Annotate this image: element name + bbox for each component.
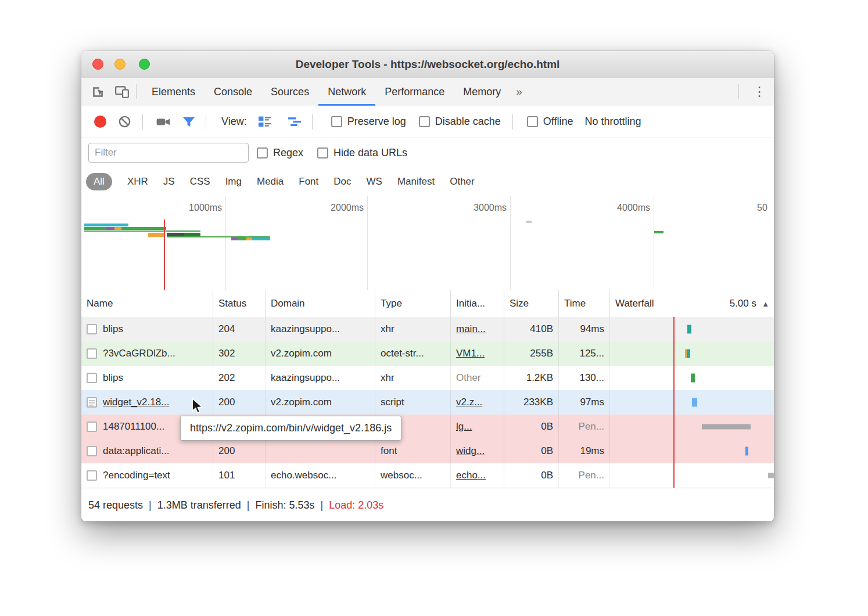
disable-cache-checkbox[interactable]	[419, 116, 430, 127]
hide-data-urls-checkbox[interactable]	[317, 147, 328, 158]
column-header-name[interactable]: Name	[81, 290, 213, 317]
devtools-menu-icon[interactable]: ⋮	[745, 84, 774, 99]
preserve-log-label: Preserve log	[347, 116, 406, 128]
regex-label: Regex	[273, 147, 303, 159]
overview-segment	[121, 227, 166, 230]
regex-checkbox[interactable]	[257, 147, 268, 158]
hide-data-urls-label: Hide data URLs	[333, 147, 407, 159]
table-row[interactable]: ?3vCaGRDlZb... 302 v2.zopim.com octet-st…	[81, 341, 774, 366]
initiator-link[interactable]: lg...	[456, 421, 472, 433]
filter-all[interactable]: All	[86, 173, 112, 190]
table-row-selected[interactable]: widget_v2.18... 200 v2.zopim.com script …	[81, 390, 774, 415]
request-time: Pen...	[579, 421, 604, 433]
overview-segment	[84, 230, 200, 232]
overview-segment	[246, 237, 252, 240]
title-bar: Developer Tools - https://websocket.org/…	[81, 51, 774, 78]
initiator-link[interactable]: echo...	[456, 470, 486, 481]
request-size: 0B	[504, 439, 559, 463]
initiator-link[interactable]: main...	[456, 323, 486, 335]
column-header-status[interactable]: Status	[213, 290, 266, 317]
network-toolbar: View: Preserve log Disable cache Offline…	[81, 106, 774, 138]
request-name-link[interactable]: widget_v2.18...	[103, 397, 169, 408]
separator: |	[149, 499, 152, 511]
record-button[interactable]	[94, 116, 106, 128]
show-overview-icon[interactable]	[288, 114, 303, 129]
filter-xhr[interactable]: XHR	[127, 176, 148, 188]
more-tabs-chevron[interactable]: »	[510, 85, 527, 98]
filter-funnel-icon[interactable]	[181, 114, 196, 129]
throttling-select[interactable]: No throttling	[585, 116, 641, 128]
column-header-initiator[interactable]: Initia...	[451, 290, 504, 317]
waterfall-bar	[745, 447, 748, 456]
column-header-waterfall[interactable]: Waterfall 5.00 s ▲	[610, 290, 774, 317]
request-type: xhr	[375, 317, 451, 341]
waterfall-bar	[687, 350, 690, 358]
file-icon	[87, 373, 97, 383]
request-domain: v2.zopim.com	[266, 341, 375, 366]
file-icon	[87, 348, 97, 359]
tab-console[interactable]: Console	[205, 78, 261, 106]
tab-network[interactable]: Network	[318, 78, 375, 106]
overview-segment	[252, 237, 270, 240]
waterfall-bar	[687, 325, 691, 334]
request-name: ?3vCaGRDlZb...	[103, 348, 175, 359]
initiator-link[interactable]: widg...	[456, 445, 485, 457]
initiator-text: Other	[456, 372, 481, 384]
overview-segment	[84, 227, 106, 230]
gridline	[225, 196, 226, 290]
filter-media[interactable]: Media	[257, 176, 284, 188]
clear-icon[interactable]	[117, 114, 132, 129]
overview-segment	[238, 237, 246, 240]
tab-memory[interactable]: Memory	[454, 78, 510, 106]
tick-2000ms: 2000ms	[294, 203, 364, 213]
filter-other[interactable]: Other	[450, 176, 475, 188]
filter-ws[interactable]: WS	[367, 176, 382, 188]
divider	[206, 114, 206, 129]
request-name: blips	[103, 372, 123, 384]
request-time: Pen...	[579, 470, 604, 481]
filter-doc[interactable]: Doc	[333, 176, 351, 188]
request-domain	[266, 439, 375, 463]
device-toolbar-icon[interactable]	[114, 84, 130, 100]
column-header-size[interactable]: Size	[504, 290, 559, 317]
column-header-domain[interactable]: Domain	[266, 290, 375, 317]
table-row[interactable]: blips 204 kaazingsuppo... xhr main... 41…	[81, 317, 774, 341]
tick-3000ms: 3000ms	[437, 203, 507, 213]
initiator-link[interactable]: v2.z...	[456, 397, 482, 408]
tab-sources[interactable]: Sources	[261, 78, 318, 106]
column-header-time[interactable]: Time	[559, 290, 610, 317]
filter-js[interactable]: JS	[163, 176, 175, 188]
table-row-failed[interactable]: data:applicati... 200 font widg... 0B 19…	[81, 439, 774, 463]
file-icon	[87, 324, 97, 334]
url-tooltip: https://v2.zopim.com/bin/v/widget_v2.186…	[180, 416, 401, 441]
gridline	[654, 196, 654, 290]
request-size: 255B	[504, 341, 559, 366]
initiator-link[interactable]: VM1...	[456, 348, 485, 359]
large-request-rows-icon[interactable]	[257, 114, 272, 129]
filter-font[interactable]: Font	[299, 176, 318, 188]
mouse-cursor	[189, 397, 205, 417]
filter-css[interactable]: CSS	[190, 176, 210, 188]
tab-performance[interactable]: Performance	[375, 78, 454, 106]
network-overview-timeline[interactable]: 1000ms 2000ms 3000ms 4000ms 50	[81, 196, 774, 291]
request-size: 233KB	[504, 390, 559, 415]
divider	[136, 84, 137, 99]
load-event-line	[164, 219, 165, 290]
preserve-log-checkbox[interactable]	[331, 116, 342, 127]
filter-manifest[interactable]: Manifest	[397, 176, 435, 188]
filter-input[interactable]	[88, 143, 249, 163]
request-size: 1.2KB	[504, 366, 559, 390]
inspect-element-icon[interactable]	[89, 84, 106, 100]
filter-img[interactable]: Img	[225, 176, 242, 188]
offline-checkbox[interactable]	[527, 116, 538, 127]
request-domain: kaazingsuppo...	[266, 366, 375, 390]
waterfall-bar	[691, 374, 695, 383]
request-type: font	[375, 439, 451, 463]
tab-elements[interactable]: Elements	[142, 78, 205, 106]
requests-table-body: blips 204 kaazingsuppo... xhr main... 41…	[81, 317, 774, 488]
screenshot-capture-icon[interactable]	[156, 114, 171, 129]
table-row[interactable]: blips 202 kaazingsuppo... xhr Other 1.2K…	[81, 366, 774, 390]
waterfall-bar	[768, 473, 774, 478]
table-row[interactable]: ?encoding=text 101 echo.websoc... websoc…	[81, 463, 774, 488]
column-header-type[interactable]: Type	[375, 290, 451, 317]
